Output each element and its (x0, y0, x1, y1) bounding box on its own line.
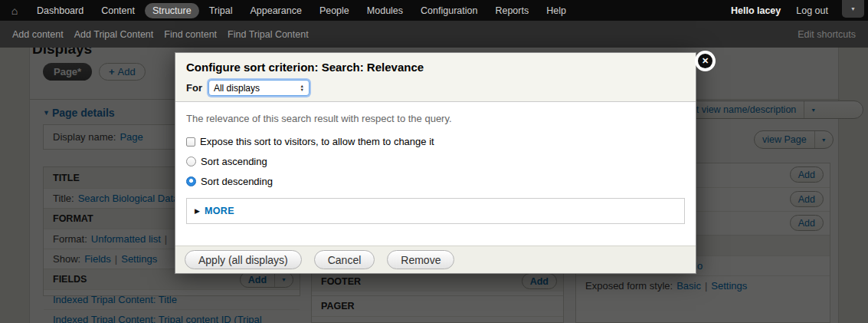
shortcut-find-content[interactable]: Find content (164, 29, 217, 40)
toolbar-item-reports[interactable]: Reports (487, 3, 536, 18)
sort-ascending-radio-row[interactable]: Sort ascending (186, 156, 685, 167)
toolbar-item-appearance[interactable]: Appearance (242, 3, 309, 18)
radio-unselected-icon[interactable] (186, 157, 196, 166)
sort-description: The relevance of this search result with… (186, 113, 685, 124)
toolbar-item-people[interactable]: People (312, 3, 357, 18)
toolbar-item-structure[interactable]: Structure (145, 3, 199, 18)
toolbar-item-help[interactable]: Help (539, 3, 574, 18)
sort-ascending-label: Sort ascending (201, 156, 267, 167)
chevron-down-icon: ▼ (850, 6, 856, 12)
close-icon: ✕ (698, 54, 712, 68)
expose-sort-checkbox-row[interactable]: Expose this sort to visitors, to allow t… (186, 136, 685, 147)
remove-button[interactable]: Remove (387, 250, 454, 269)
select-stepper-icon: ▲ ▼ (300, 84, 304, 92)
toolbar-toggle-button[interactable]: ▼ (842, 0, 864, 18)
user-greeting-link[interactable]: Hello lacey (725, 3, 787, 18)
for-label: For (186, 82, 202, 94)
toolbar-item-dashboard[interactable]: Dashboard (29, 3, 91, 18)
checkbox-unchecked-icon[interactable] (186, 137, 195, 147)
toolbar-item-modules[interactable]: Modules (359, 3, 411, 18)
toolbar-item-content[interactable]: Content (93, 3, 142, 18)
apply-button[interactable]: Apply (all displays) (185, 250, 302, 269)
logout-link[interactable]: Log out (790, 3, 834, 18)
admin-toolbar: ⌂ Dashboard Content Structure Tripal App… (0, 0, 868, 21)
modal-close-button[interactable]: ✕ (695, 51, 716, 71)
home-icon[interactable]: ⌂ (0, 5, 29, 17)
edit-shortcuts-link[interactable]: Edit shortcuts (798, 29, 856, 40)
modal-body: The relevance of this search result with… (175, 102, 696, 224)
radio-selected-icon[interactable] (186, 176, 196, 186)
toolbar-item-tripal[interactable]: Tripal (201, 3, 241, 18)
toolbar-nav: Dashboard Content Structure Tripal Appea… (29, 3, 574, 18)
shortcuts-bar: Add content Add Tripal Content Find cont… (0, 21, 868, 48)
collapsed-arrow-icon: ▶ (195, 207, 200, 215)
display-select-value: All displays (214, 83, 300, 94)
more-fieldset-toggle[interactable]: ▶ MORE (186, 198, 685, 224)
expose-sort-label: Expose this sort to visitors, to allow t… (200, 136, 434, 147)
shortcut-add-content[interactable]: Add content (12, 29, 64, 40)
more-label: MORE (205, 206, 234, 216)
modal-footer: Apply (all displays) Cancel Remove (175, 246, 696, 273)
configure-sort-modal: ✕ Configure sort criterion: Search: Rele… (175, 52, 696, 274)
modal-header: Configure sort criterion: Search: Releva… (175, 53, 696, 102)
shortcut-find-tripal-content[interactable]: Find Tripal Content (228, 29, 309, 40)
shortcut-add-tripal-content[interactable]: Add Tripal Content (74, 29, 154, 40)
sort-descending-label: Sort descending (201, 176, 273, 187)
cancel-button[interactable]: Cancel (314, 250, 375, 269)
toolbar-item-configuration[interactable]: Configuration (413, 3, 485, 18)
modal-title: Configure sort criterion: Search: Releva… (186, 61, 685, 74)
display-select[interactable]: All displays ▲ ▼ (208, 80, 310, 96)
sort-descending-radio-row[interactable]: Sort descending (186, 176, 685, 187)
